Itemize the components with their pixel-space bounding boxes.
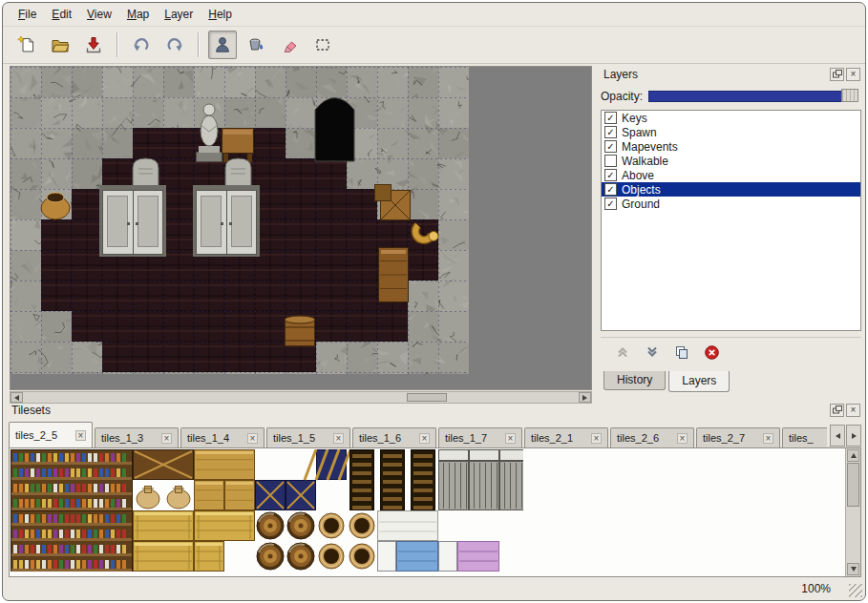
tileset-tab[interactable]: tiles_1_6× — [352, 427, 436, 447]
scroll-up-arrow[interactable] — [847, 449, 859, 462]
tileset-tab-label: tiles_1_4 — [187, 432, 229, 444]
tileset-tab[interactable]: tiles_2_6× — [610, 427, 694, 447]
opacity-row: Opacity: — [601, 89, 861, 104]
tileset-tab[interactable]: tiles_2_1× — [524, 427, 608, 447]
save-button[interactable] — [79, 31, 108, 59]
left-triangle-icon — [836, 433, 840, 439]
layers-panel-header: Layers × — [599, 66, 863, 82]
tab-close-icon[interactable]: × — [677, 433, 688, 444]
eraser-tool-button[interactable] — [275, 31, 304, 59]
toolbar-separator — [198, 32, 200, 57]
tab-scroll-right-button[interactable] — [846, 425, 861, 447]
tileset-vertical-scrollbar[interactable] — [845, 448, 860, 576]
delete-layer-button[interactable] — [701, 342, 722, 363]
opacity-slider-thumb[interactable] — [841, 89, 858, 102]
layer-row[interactable]: ✓ Keys — [602, 111, 860, 125]
scroll-down-arrow[interactable] — [847, 563, 859, 575]
vertical-scroll-thumb[interactable] — [847, 463, 859, 507]
tileset-tab[interactable]: tiles_1_7× — [438, 427, 522, 447]
map-view[interactable] — [10, 66, 592, 390]
duplicate-layer-button[interactable] — [671, 342, 692, 363]
tab-close-icon[interactable]: × — [763, 433, 773, 444]
stamp-tool-button[interactable] — [208, 31, 237, 59]
tab-close-icon[interactable]: × — [591, 433, 602, 444]
tileset-tab[interactable]: tiles_1_5× — [266, 427, 350, 447]
select-tool-button[interactable] — [308, 31, 337, 59]
layer-name: Mapevents — [622, 140, 678, 154]
tab-close-icon[interactable]: × — [419, 433, 430, 444]
layer-list[interactable]: ✓ Keys ✓ Spawn ✓ Mapevents Walkable ✓ Ab… — [601, 110, 861, 331]
tilesets-close-button[interactable]: × — [846, 404, 860, 417]
tileset-tab-label: tiles_1_7 — [445, 432, 487, 444]
tab-close-icon[interactable]: × — [505, 433, 516, 444]
undo-button[interactable] — [127, 31, 156, 59]
layer-row[interactable]: ✓ Ground — [602, 197, 860, 211]
new-file-button[interactable] — [12, 31, 41, 59]
tileset-tab[interactable]: tiles_1_3× — [95, 427, 179, 447]
layer-checkbox[interactable]: ✓ — [604, 140, 617, 153]
opacity-slider[interactable] — [648, 91, 857, 102]
tileset-tab-label: tiles_2_7 — [703, 432, 745, 444]
layer-checkbox[interactable]: ✓ — [604, 183, 617, 196]
layer-checkbox[interactable]: ✓ — [604, 169, 617, 181]
layer-row[interactable]: Walkable — [602, 154, 860, 168]
float-window-icon — [833, 70, 842, 78]
toolbar-separator — [116, 32, 118, 57]
dock-tab-history[interactable]: History — [603, 371, 666, 390]
map-canvas[interactable] — [11, 67, 469, 374]
tileset-tab-label: tiles_2_5 — [15, 429, 57, 441]
fill-tool-button[interactable] — [242, 31, 270, 59]
new-file-icon — [17, 35, 36, 54]
tileset-tab-label: tiles_ — [789, 432, 814, 444]
tileset-tab[interactable]: tiles_1_4× — [180, 427, 265, 447]
menu-edit[interactable]: Edit — [44, 6, 79, 23]
tab-close-icon[interactable]: × — [247, 433, 258, 444]
down-triangle-icon — [851, 567, 857, 572]
chevron-double-down-icon — [645, 344, 660, 360]
open-folder-icon — [51, 35, 70, 54]
menu-file[interactable]: File — [11, 6, 44, 23]
layer-row[interactable]: ✓ Above — [602, 168, 860, 182]
float-window-icon — [833, 405, 842, 414]
redo-button[interactable] — [160, 31, 189, 59]
layer-name: Spawn — [622, 126, 657, 139]
resize-grip[interactable] — [849, 584, 862, 597]
dock-tab-layers[interactable]: Layers — [668, 371, 730, 392]
raise-layer-button[interactable] — [612, 342, 633, 363]
open-file-button[interactable] — [46, 31, 74, 59]
menu-view[interactable]: View — [79, 6, 119, 23]
layer-name: Keys — [622, 112, 647, 125]
layer-name: Objects — [622, 183, 661, 197]
layer-checkbox[interactable]: ✓ — [604, 126, 617, 138]
tab-scroll-left-button[interactable] — [830, 425, 845, 447]
tileset-tab[interactable]: tiles_2_7× — [696, 427, 780, 447]
layer-row[interactable]: ✓ Spawn — [602, 125, 860, 139]
layer-checkbox[interactable]: ✓ — [604, 198, 617, 210]
toolbar — [3, 27, 865, 64]
status-bar: 100% — [3, 577, 865, 600]
layer-row[interactable]: ✓ Mapevents — [602, 139, 860, 154]
zoom-level: 100% — [801, 582, 831, 595]
paint-bucket-icon — [246, 35, 265, 54]
menu-map[interactable]: Map — [119, 6, 157, 23]
tileset-canvas[interactable] — [11, 449, 523, 573]
layer-checkbox[interactable] — [604, 155, 617, 167]
horizontal-scroll-thumb[interactable] — [407, 393, 447, 402]
lower-layer-button[interactable] — [642, 342, 663, 363]
layer-row[interactable]: ✓ Objects — [602, 182, 860, 197]
right-triangle-icon — [852, 433, 857, 439]
delete-red-x-icon — [704, 344, 720, 361]
tab-close-icon[interactable]: × — [333, 433, 344, 444]
duplicate-icon — [674, 344, 689, 360]
tab-close-icon[interactable]: × — [75, 430, 86, 441]
menu-layer[interactable]: Layer — [157, 6, 201, 23]
layers-float-button[interactable] — [830, 68, 844, 81]
tab-close-icon[interactable]: × — [161, 433, 172, 444]
layers-close-button[interactable]: × — [846, 68, 860, 81]
menu-help[interactable]: Help — [201, 6, 240, 23]
tilesets-float-button[interactable] — [830, 404, 844, 417]
tileset-tab[interactable]: tiles_2_5× — [9, 422, 93, 447]
layer-checkbox[interactable]: ✓ — [604, 112, 617, 124]
undo-icon — [132, 35, 151, 54]
tileset-tab-label: tiles_1_5 — [273, 432, 315, 444]
